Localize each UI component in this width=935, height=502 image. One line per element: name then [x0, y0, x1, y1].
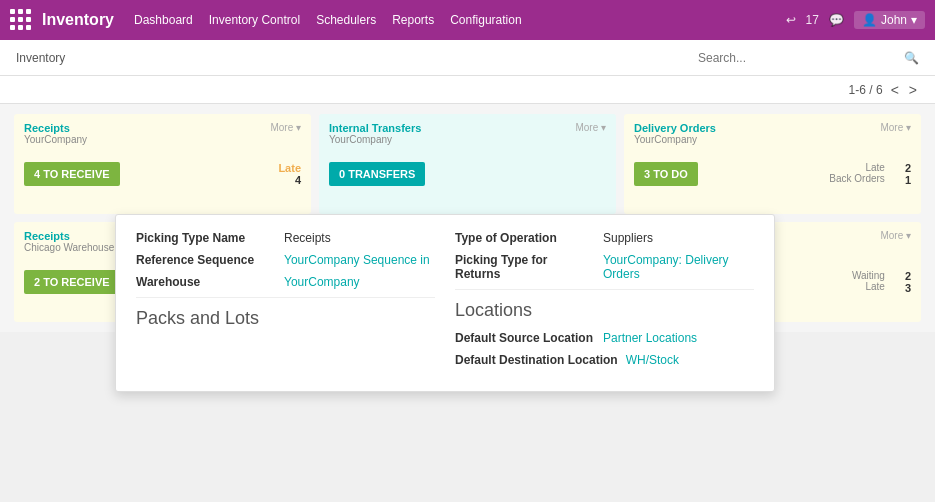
label-source-location: Default Source Location: [455, 331, 595, 345]
card-body: 0 TRANSFERS: [319, 151, 616, 201]
popover-row-reference-seq: Reference Sequence YourCompany Sequence …: [136, 253, 435, 267]
divider-right: [455, 289, 754, 290]
popover-row-warehouse: Warehouse YourCompany: [136, 275, 435, 289]
card-more-button[interactable]: More ▾: [880, 230, 911, 241]
brand-title: Inventory: [42, 11, 114, 29]
card-title: Receipts: [24, 230, 114, 242]
waiting-value: 2: [905, 270, 911, 282]
user-menu-button[interactable]: 👤 John ▾: [854, 11, 925, 29]
card-stats: Waiting Late 2 3: [852, 270, 911, 294]
popover-row-dest-location: Default Destination Location WH/Stock: [455, 353, 754, 367]
value-source-location[interactable]: Partner Locations: [603, 331, 697, 345]
user-icon: 👤: [862, 13, 877, 27]
user-label: John: [881, 13, 907, 27]
card-header: Receipts YourCompany More ▾: [14, 114, 311, 151]
card-more-button[interactable]: More ▾: [575, 122, 606, 133]
popover-row-source-location: Default Source Location Partner Location…: [455, 331, 754, 345]
search-icon[interactable]: 🔍: [904, 51, 919, 65]
label-picking-type-name: Picking Type Name: [136, 231, 276, 245]
menu-dashboard[interactable]: Dashboard: [134, 13, 193, 27]
card-body: 3 TO DO Late Back Orders 2 1: [624, 151, 921, 201]
extra-value: 1: [905, 174, 911, 186]
popover-right-col: Type of Operation Suppliers Picking Type…: [455, 231, 754, 375]
value-warehouse[interactable]: YourCompany: [284, 275, 360, 289]
pagination-range: 1-6 / 6: [849, 83, 883, 97]
late-value: 2: [905, 162, 911, 174]
card-action-button[interactable]: 4 TO RECEIVE: [24, 162, 120, 186]
card-title: Internal Transfers: [329, 122, 421, 134]
card-more-button[interactable]: More ▾: [880, 122, 911, 133]
chat-icon[interactable]: 💬: [829, 13, 844, 27]
late-label: Late: [829, 162, 885, 173]
card-delivery-orders-yourcompany: Delivery Orders YourCompany More ▾ 3 TO …: [624, 114, 921, 214]
section-title-packs: Packs and Lots: [136, 308, 435, 329]
menu-reports[interactable]: Reports: [392, 13, 434, 27]
late-label: Late: [852, 281, 885, 292]
late-label: Late: [278, 162, 301, 174]
card-body: 4 TO RECEIVE Late 4: [14, 151, 311, 201]
value-picking-type-name: Receipts: [284, 231, 331, 245]
back-icon[interactable]: ↩: [786, 13, 796, 27]
breadcrumb: Inventory: [16, 51, 65, 65]
apps-menu-button[interactable]: [10, 9, 32, 31]
card-subtitle: YourCompany: [634, 134, 716, 145]
top-navigation: Inventory Dashboard Inventory Control Sc…: [0, 0, 935, 40]
search-area: 🔍: [698, 51, 919, 65]
label-dest-location: Default Destination Location: [455, 353, 618, 367]
card-header: Delivery Orders YourCompany More ▾: [624, 114, 921, 151]
search-input[interactable]: [698, 51, 898, 65]
card-title: Delivery Orders: [634, 122, 716, 134]
card-more-button[interactable]: More ▾: [270, 122, 301, 133]
value-type-of-operation: Suppliers: [603, 231, 653, 245]
user-dropdown-icon: ▾: [911, 13, 917, 27]
card-internal-transfers-yourcompany: Internal Transfers YourCompany More ▾ 0 …: [319, 114, 616, 214]
label-picking-returns: Picking Type for Returns: [455, 253, 595, 281]
menu-configuration[interactable]: Configuration: [450, 13, 521, 27]
card-receipts-yourcompany: Receipts YourCompany More ▾ 4 TO RECEIVE…: [14, 114, 311, 214]
detail-popover: Picking Type Name Receipts Reference Seq…: [115, 214, 775, 392]
card-stats: Late Back Orders 2 1: [829, 162, 911, 186]
divider: [136, 297, 435, 298]
popover-grid: Picking Type Name Receipts Reference Seq…: [136, 231, 754, 375]
value-dest-location[interactable]: WH/Stock: [626, 353, 679, 367]
notification-badge[interactable]: 17: [806, 13, 819, 27]
extra-label: Back Orders: [829, 173, 885, 184]
label-type-of-operation: Type of Operation: [455, 231, 595, 245]
menu-schedulers[interactable]: Schedulers: [316, 13, 376, 27]
main-menu: Dashboard Inventory Control Schedulers R…: [134, 13, 786, 27]
card-subtitle: YourCompany: [24, 134, 87, 145]
late-value: 4: [295, 174, 301, 186]
card-title: Receipts: [24, 122, 87, 134]
popover-row-picking-returns: Picking Type for Returns YourCompany: De…: [455, 253, 754, 281]
card-action-button[interactable]: 2 TO RECEIVE: [24, 270, 120, 294]
popover-row-type-of-operation: Type of Operation Suppliers: [455, 231, 754, 245]
notification-count: 17: [806, 13, 819, 27]
card-action-button[interactable]: 3 TO DO: [634, 162, 698, 186]
value-reference-sequence[interactable]: YourCompany Sequence in: [284, 253, 430, 267]
label-reference-sequence: Reference Sequence: [136, 253, 276, 267]
section-title-locations: Locations: [455, 300, 754, 321]
popover-left-col: Picking Type Name Receipts Reference Seq…: [136, 231, 435, 375]
card-subtitle: YourCompany: [329, 134, 421, 145]
main-content: Receipts YourCompany More ▾ 4 TO RECEIVE…: [0, 104, 935, 332]
label-warehouse: Warehouse: [136, 275, 276, 289]
waiting-label: Waiting: [852, 270, 885, 281]
breadcrumb-bar: Inventory 🔍: [0, 40, 935, 76]
card-action-button[interactable]: 0 TRANSFERS: [329, 162, 425, 186]
prev-page-button[interactable]: <: [889, 82, 901, 98]
menu-inventory-control[interactable]: Inventory Control: [209, 13, 300, 27]
card-subtitle: Chicago Warehouse: [24, 242, 114, 253]
late-value: 3: [905, 282, 911, 294]
popover-row-picking-type: Picking Type Name Receipts: [136, 231, 435, 245]
next-page-button[interactable]: >: [907, 82, 919, 98]
card-header: Internal Transfers YourCompany More ▾: [319, 114, 616, 151]
card-stats: Late 4: [278, 162, 301, 186]
value-picking-returns[interactable]: YourCompany: Delivery Orders: [603, 253, 754, 281]
topnav-right-area: ↩ 17 💬 👤 John ▾: [786, 11, 925, 29]
pagination-bar: 1-6 / 6 < >: [0, 76, 935, 104]
